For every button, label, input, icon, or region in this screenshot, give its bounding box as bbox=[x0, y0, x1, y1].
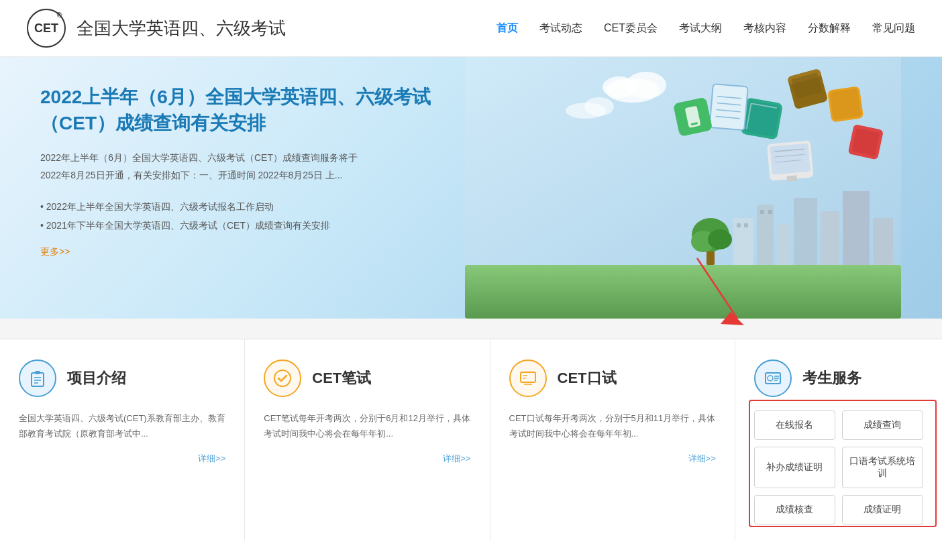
card-oral-body: CET口试每年开考两次，分别于5月和11月举行，具体考试时间我中心将会在每年年初… bbox=[509, 410, 716, 442]
card-service-header: 考生服务 bbox=[754, 359, 923, 397]
nav-assessment[interactable]: 考核内容 bbox=[743, 21, 786, 36]
svg-rect-4 bbox=[777, 225, 790, 265]
nav-score-explain[interactable]: 分数解释 bbox=[808, 21, 851, 36]
card-oral-title: CET口试 bbox=[558, 368, 617, 388]
svg-rect-11 bbox=[760, 210, 764, 214]
svg-point-55 bbox=[274, 370, 291, 386]
hero-desc: 2022年上半年（6月）全国大学英语四、六级考试（CET）成绩查询服务将于202… bbox=[40, 150, 431, 183]
hero-banner: 2022上半年（6月）全国大学英语四、六级考试（CET）成绩查询有关安排 202… bbox=[0, 57, 942, 319]
nav-committee[interactable]: CET委员会 bbox=[604, 21, 658, 36]
service-buttons-grid: 在线报名 成绩查询 补办成绩证明 口语考试系统培训 成绩核查 成绩证明 bbox=[754, 410, 923, 524]
svg-rect-9 bbox=[737, 223, 741, 227]
card-oral-link[interactable]: 详细>> bbox=[509, 453, 716, 465]
main-nav: 首页 考试动态 CET委员会 考试大纲 考核内容 分数解释 常见问题 bbox=[496, 21, 915, 36]
hero-news-item[interactable]: 2021年下半年全国大学英语四、六级考试（CET）成绩查询有关安排 bbox=[40, 216, 431, 235]
svg-rect-50 bbox=[32, 373, 44, 386]
card-project-link[interactable]: 详细>> bbox=[19, 453, 225, 465]
svg-rect-39 bbox=[786, 175, 797, 181]
svg-rect-56 bbox=[521, 372, 535, 382]
svg-point-16 bbox=[708, 229, 732, 249]
card-project-body: 全国大学英语四、六级考试(CET)系教育部主办、教育部教育考试院（原教育部考试中… bbox=[19, 410, 225, 442]
card-written-link[interactable]: 详细>> bbox=[264, 453, 470, 465]
card-project-icon bbox=[19, 359, 56, 397]
svg-rect-26 bbox=[709, 84, 747, 130]
svg-rect-8 bbox=[873, 218, 893, 265]
card-service: 考生服务 在线报名 成绩查询 补办成绩证明 口语考试系统培训 成绩核查 成绩证明 bbox=[735, 339, 942, 541]
hero-news-list: 2022年上半年全国大学英语四、六级考试报名工作启动 2021年下半年全国大学英… bbox=[40, 197, 431, 235]
svg-rect-38 bbox=[770, 144, 810, 175]
btn-register[interactable]: 在线报名 bbox=[754, 410, 835, 440]
nav-faq[interactable]: 常见问题 bbox=[872, 21, 915, 36]
card-oral-icon bbox=[509, 359, 547, 397]
nav-news[interactable]: 考试动态 bbox=[539, 21, 582, 36]
clipboard-icon bbox=[28, 369, 47, 388]
svg-rect-36 bbox=[851, 128, 880, 156]
svg-rect-12 bbox=[768, 210, 772, 214]
svg-rect-10 bbox=[744, 223, 748, 227]
section-gap bbox=[0, 319, 942, 339]
card-oral: CET口试 CET口试每年开考两次，分别于5月和11月举行，具体考试时间我中心将… bbox=[490, 339, 735, 541]
hero-more-link[interactable]: 更多>> bbox=[40, 246, 70, 257]
card-service-title: 考生服务 bbox=[802, 368, 861, 388]
card-written-header: CET笔试 bbox=[264, 359, 470, 397]
checkmark-icon bbox=[273, 369, 292, 388]
hero-news-item[interactable]: 2022年上半年全国大学英语四、六级考试报名工作启动 bbox=[40, 197, 431, 216]
svg-rect-25 bbox=[829, 89, 861, 120]
site-title: 全国大学英语四、六级考试 bbox=[76, 17, 286, 40]
site-header: CET ® 全国大学英语四、六级考试 首页 考试动态 CET委员会 考试大纲 考… bbox=[0, 0, 942, 57]
card-written-icon bbox=[264, 359, 301, 397]
btn-score-check[interactable]: 成绩核查 bbox=[754, 495, 835, 524]
red-arrow bbox=[684, 251, 751, 332]
btn-score-cert[interactable]: 成绩证明 bbox=[842, 495, 923, 524]
cards-section: 项目介绍 全国大学英语四、六级考试(CET)系教育部主办、教育部教育考试院（原教… bbox=[0, 339, 942, 541]
svg-marker-49 bbox=[721, 312, 744, 325]
svg-rect-5 bbox=[794, 198, 817, 265]
svg-rect-51 bbox=[35, 371, 40, 374]
btn-cert-reissue[interactable]: 补办成绩证明 bbox=[754, 447, 835, 488]
cet-logo: CET ® bbox=[27, 9, 66, 48]
logo-area: CET ® 全国大学英语四、六级考试 bbox=[27, 9, 286, 48]
card-written-body: CET笔试每年开考两次，分别于6月和12月举行，具体考试时间我中心将会在每年年初… bbox=[264, 410, 470, 442]
card-written-title: CET笔试 bbox=[312, 368, 371, 388]
hero-title: 2022上半年（6月）全国大学英语四、六级考试（CET）成绩查询有关安排 bbox=[40, 84, 431, 136]
svg-point-47 bbox=[584, 97, 614, 116]
svg-point-62 bbox=[768, 376, 773, 381]
svg-rect-1 bbox=[465, 265, 901, 319]
svg-rect-7 bbox=[843, 191, 870, 265]
hero-content: 2022上半年（6月）全国大学英语四、六级考试（CET）成绩查询有关安排 202… bbox=[0, 57, 471, 285]
btn-oral-training[interactable]: 口语考试系统培训 bbox=[842, 447, 923, 488]
logo-text: CET bbox=[34, 21, 58, 36]
monitor-icon bbox=[519, 369, 537, 388]
hero-svg-illustration bbox=[465, 57, 901, 319]
btn-score-query[interactable]: 成绩查询 bbox=[842, 410, 923, 440]
svg-rect-6 bbox=[821, 211, 839, 265]
hero-illustration bbox=[424, 57, 942, 319]
registered-mark: ® bbox=[57, 11, 62, 19]
card-project-title: 项目介绍 bbox=[67, 368, 126, 388]
card-written: CET笔试 CET笔试每年开考两次，分别于6月和12月举行，具体考试时间我中心将… bbox=[245, 339, 490, 541]
card-oral-header: CET口试 bbox=[509, 359, 716, 397]
nav-home[interactable]: 首页 bbox=[496, 21, 518, 36]
svg-point-45 bbox=[603, 76, 636, 98]
card-service-icon bbox=[754, 359, 792, 397]
svg-line-48 bbox=[697, 258, 737, 319]
nav-syllabus[interactable]: 考试大纲 bbox=[679, 21, 722, 36]
card-project-header: 项目介绍 bbox=[19, 359, 225, 397]
card-service-wrapper: 考生服务 在线报名 成绩查询 补办成绩证明 口语考试系统培训 成绩核查 成绩证明 bbox=[735, 339, 942, 541]
card-project: 项目介绍 全国大学英语四、六级考试(CET)系教育部主办、教育部教育考试院（原教… bbox=[0, 339, 245, 541]
person-card-icon bbox=[764, 369, 782, 388]
